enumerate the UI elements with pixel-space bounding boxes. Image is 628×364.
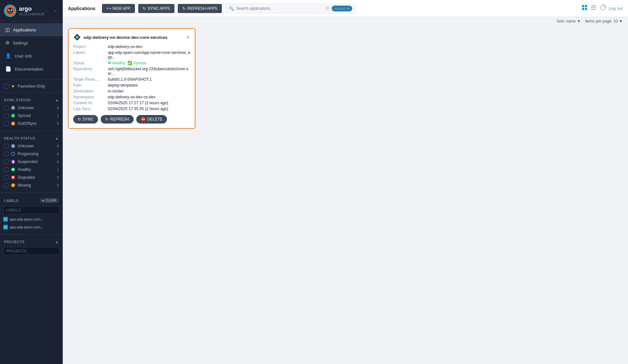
health-progressing-checkbox[interactable] [4, 152, 8, 156]
health-filter-unknown[interactable]: ? Unknown 0 [0, 142, 63, 150]
health-degraded-dot: ❤ [11, 175, 15, 179]
app-card-actions: ↻ SYNC ↻ REFRESH ⛔ DELETE [73, 115, 190, 124]
logo-avatar [4, 5, 16, 17]
search-input[interactable] [236, 6, 323, 11]
labels-search-input[interactable] [3, 206, 59, 214]
health-filter-progressing[interactable]: Progressing 0 [0, 150, 63, 158]
heart-icon: ❤ [108, 61, 111, 65]
label1-checkbox[interactable]: ✓ [3, 217, 8, 222]
sync-status-header[interactable]: SYNC STATUS ▲ [0, 96, 63, 104]
projects-search-input[interactable] [3, 247, 59, 255]
sync-unknown-dot: ? [11, 106, 15, 110]
health-filter-healthy[interactable]: ❤ Healthy 1 [0, 166, 63, 174]
health-suspended-dot: ▮ [11, 160, 15, 164]
list-view-icon[interactable] [590, 4, 597, 12]
app-logo-icon [73, 33, 81, 41]
sync-synced-count: 1 [57, 114, 59, 118]
sync-outofsync-count: 0 [57, 122, 59, 125]
health-status-section: HEALTH STATUS ▲ ? Unknown 0 Progressing … [0, 132, 63, 191]
tile-view-icon[interactable] [581, 4, 588, 12]
sync-apps-button[interactable]: ↻ SYNC APPS [138, 4, 174, 13]
delete-btn-icon: ⛔ [141, 117, 146, 122]
sync-filter-unknown[interactable]: ? Unknown 0 [0, 104, 63, 112]
chart-view-icon[interactable] [600, 4, 606, 12]
health-filter-missing[interactable]: 🔒 Missing 0 [0, 181, 63, 189]
status-label: Status: [73, 61, 106, 65]
health-unknown-checkbox[interactable] [4, 144, 8, 148]
search-active-pill[interactable]: ——— × [332, 6, 352, 11]
app-refresh-button[interactable]: ↻ REFRESH [101, 115, 133, 124]
topbar: Applications + + NEW APP ↻ SYNC APPS ↻ R… [63, 0, 628, 17]
app-card-details: Project: edp-delivery-os-dev Labels: app… [73, 44, 190, 111]
clear-labels-button[interactable]: ● CLEAR [40, 198, 59, 203]
app-sync-button[interactable]: ↻ SYNC [73, 115, 98, 124]
sync-unknown-checkbox[interactable] [4, 106, 8, 110]
circle-icon: ● [42, 199, 44, 202]
back-arrow-icon[interactable]: ← [54, 8, 59, 14]
search-pill-close-icon[interactable]: × [347, 7, 349, 10]
logout-button[interactable]: Log out [609, 6, 623, 11]
sidebar-logo: argo v2.13.2+dc43124 [4, 5, 44, 17]
destination-label: Destination: [73, 89, 106, 93]
labels-value: app.edp.epam.com/app-name=core-services,… [108, 50, 190, 59]
detail-row-status: Status: ❤ Healthy ✅ Synced [73, 61, 190, 65]
sidebar-item-applications[interactable]: ◫ Applications [0, 23, 63, 36]
app-card-title[interactable]: edp-delivery-os-dev/os-dev-core-services [84, 35, 183, 40]
sync-unknown-count: 0 [57, 106, 59, 110]
app-grid: edp-delivery-os-dev/os-dev-core-services… [63, 25, 628, 364]
destination-value: in-cluster [108, 89, 124, 93]
sync-synced-dot: ✓ [11, 114, 15, 118]
health-filter-degraded[interactable]: ❤ Degraded 0 [0, 174, 63, 181]
svg-rect-7 [585, 5, 587, 7]
projects-header[interactable]: PROJECTS ▲ [0, 238, 63, 246]
health-suspended-checkbox[interactable] [4, 159, 8, 164]
health-status-header[interactable]: HEALTH STATUS ▲ [0, 134, 63, 142]
health-progressing-dot [11, 152, 15, 156]
label-item-1[interactable]: ✓ app.edp.epam.com... [0, 215, 63, 223]
sync-status-section: SYNC STATUS ▲ ? Unknown 0 ✓ Synced 1 ▲ O… [0, 94, 63, 129]
sidebar-header: argo v2.13.2+dc43124 ← [0, 0, 63, 21]
labels-input-wrap [0, 205, 63, 215]
label2-checkbox[interactable]: ✓ [3, 225, 8, 229]
detail-row-created-at: Created At: 02/04/2025 17:27:17 (2 hours… [73, 101, 190, 105]
label-item-2[interactable]: ✓ app.edp.epam.com... [0, 223, 63, 231]
project-value: edp-delivery-os-dev [108, 44, 142, 49]
labels-header: LABELS ● CLEAR [0, 196, 63, 205]
sync-synced-checkbox[interactable] [4, 113, 8, 118]
sync-filter-synced[interactable]: ✓ Synced 1 [0, 112, 63, 120]
new-app-button[interactable]: + + NEW APP [102, 4, 135, 13]
sidebar-item-settings[interactable]: ⚙ Settings [0, 36, 63, 49]
detail-row-destination: Destination: in-cluster [73, 89, 190, 93]
health-filter-suspended[interactable]: ▮ Suspended 0 [0, 158, 63, 166]
status-value: ❤ Healthy ✅ Synced [108, 61, 146, 65]
app-favorite-star-icon[interactable]: ★ [186, 34, 190, 40]
topbar-right: Log out [581, 4, 623, 12]
sort-chevron-icon[interactable]: ▼ [577, 19, 581, 24]
svg-rect-12 [591, 9, 596, 10]
health-healthy-checkbox[interactable] [4, 167, 8, 172]
sync-status-indicator: ✅ Synced [127, 61, 146, 65]
detail-row-path: Path: deploy-templates [73, 83, 190, 88]
favorites-star-icon: ★ [11, 84, 15, 89]
sidebar-item-user-info[interactable]: 👤 User Info [0, 49, 63, 62]
logo-text-group: argo v2.13.2+dc43124 [19, 6, 44, 16]
health-missing-checkbox[interactable] [4, 183, 8, 188]
project-label: Project: [73, 44, 106, 49]
favorites-checkbox[interactable] [4, 84, 8, 89]
app-delete-button[interactable]: ⛔ DELETE [136, 115, 167, 124]
items-per-page-chevron-icon[interactable]: ▼ [619, 19, 623, 24]
labels-label: Labels: [73, 50, 106, 55]
refresh-apps-button[interactable]: ↻ REFRESH APPS [178, 4, 222, 13]
sidebar-item-documentation[interactable]: 📄 Documentation [0, 62, 63, 75]
health-unknown-dot: ? [11, 144, 15, 148]
sync-outofsync-checkbox[interactable] [4, 121, 8, 126]
grid-icon: ◫ [5, 27, 10, 33]
svg-rect-8 [582, 8, 584, 10]
main-content: Applications + + NEW APP ↻ SYNC APPS ↻ R… [63, 0, 628, 364]
sync-filter-outofsync[interactable]: ▲ OutOfSync 0 [0, 120, 63, 127]
favorites-filter[interactable]: ★ Favorites Only [0, 81, 63, 91]
health-healthy-indicator: ❤ Healthy [108, 61, 125, 65]
health-degraded-checkbox[interactable] [4, 175, 8, 180]
sync-btn-icon: ↻ [78, 117, 81, 122]
svg-point-5 [11, 10, 12, 10]
